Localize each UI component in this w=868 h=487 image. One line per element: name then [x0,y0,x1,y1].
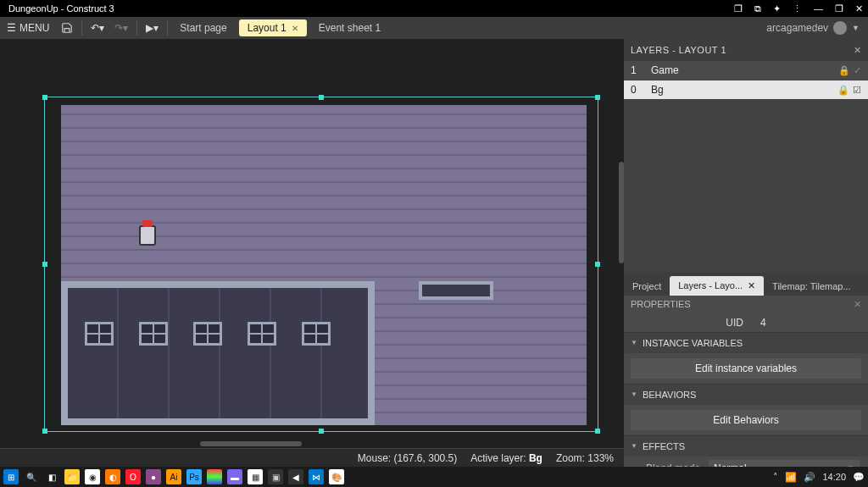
window-tile [248,322,276,346]
uid-label: UID [726,317,743,329]
resize-handle[interactable] [319,429,324,434]
document-tab[interactable]: Event sheet 1 [310,19,389,36]
resize-handle[interactable] [42,262,47,267]
lock-icon[interactable]: 🔒 [837,85,849,96]
app-icon[interactable]: ● [146,469,161,484]
resize-handle[interactable] [595,429,600,434]
opera-icon[interactable]: O [125,469,141,484]
undo-button[interactable]: ↶▾ [86,19,109,36]
menu-label: MENU [19,22,49,34]
side-tab[interactable]: Layers - Layo...✕ [670,276,764,296]
layer-label: Active layer: [470,452,526,464]
tray-clock[interactable]: 14:20 [822,472,846,482]
section-instance-variables[interactable]: ▼INSTANCE VARIABLES [624,332,868,353]
avatar [833,21,847,35]
edit-behaviors-button[interactable]: Edit Behaviors [631,410,861,430]
illustrator-icon[interactable]: Ai [166,469,181,484]
play-button[interactable]: ▶▾ [141,19,164,36]
layer-row[interactable]: 1Game🔒✓ [624,61,868,80]
layers-panel-header: LAYERS - LAYOUT 1 ✕ [624,39,868,61]
mouse-value: (167.6, 300.5) [394,452,458,464]
user-name: arcagamedev [766,22,828,34]
blend-mode-label: Blend mode [632,462,700,468]
player-sprite[interactable] [139,225,156,246]
paint-icon[interactable]: 🎨 [329,469,344,484]
menu-button[interactable]: ☰ MENU [0,19,56,37]
layer-value: Bg [529,452,542,464]
tilemap-object[interactable] [61,105,587,425]
lock-icon[interactable]: 🔒 [838,65,850,76]
redo-button[interactable]: ↷▾ [109,19,133,36]
resize-handle[interactable] [595,95,600,100]
vscode-icon[interactable]: ⋈ [309,469,324,484]
save-button[interactable] [56,19,78,36]
properties-panel: PROPERTIES ✕ UID 4 ▼INSTANCE VARIABLES E… [624,296,868,468]
more-icon[interactable]: ⋮ [793,3,802,14]
chevron-down-icon: ▼ [847,464,854,468]
layout-editor[interactable]: Mouse: (167.6, 300.5) Active layer: Bg Z… [0,39,624,467]
resize-handle[interactable] [319,95,324,100]
document-tab[interactable]: Start page [171,19,235,36]
resize-handle[interactable] [42,95,47,100]
side-tab[interactable]: Project [624,277,670,296]
hamburger-icon: ☰ [7,22,16,34]
edit-instance-variables-button[interactable]: Edit instance variables [631,358,861,379]
visibility-icon[interactable]: ☑ [853,85,861,96]
window-tile [139,322,168,346]
uid-value: 4 [760,317,766,329]
resize-handle[interactable] [595,262,600,267]
minimize-icon[interactable]: — [814,3,823,14]
horizontal-scrollbar[interactable] [200,441,302,446]
document-tabs: Start pageLayout 1✕Event sheet 1 [171,19,392,36]
blend-mode-select[interactable]: Normal ▼ [709,460,860,468]
extension-icon[interactable]: ✦ [773,3,781,14]
zoom-value: 133% [587,452,614,464]
section-effects[interactable]: ▼EFFECTS [624,435,868,457]
zoom-label: Zoom: [556,452,585,464]
app-icon[interactable]: ▣ [268,469,283,484]
window-title: DungeonUp - Construct 3 [5,3,114,14]
app-icon[interactable]: ▦ [248,469,263,484]
close-icon[interactable]: ✕ [854,45,862,56]
tray-notifications-icon[interactable]: 💬 [853,472,865,483]
close-icon[interactable]: ✕ [855,3,863,14]
close-icon[interactable]: ✕ [854,299,861,310]
side-tab[interactable]: Tilemap: Tilemap... [764,277,860,296]
ledge-tile [419,281,493,300]
resize-handle[interactable] [42,429,47,434]
vertical-scrollbar[interactable] [619,162,624,263]
windows-taskbar[interactable]: ⊞ 🔍 ◧ 📁 ◉ ◐ O ● Ai Ps ▬ ▦ ▣ ◀ ⋈ 🎨 ˄ 📶 🔊 … [0,467,868,487]
titlebar: DungeonUp - Construct 3 ❐ ⧉ ✦ ⋮ — ❐ ✕ [0,0,868,17]
addon-icon[interactable]: ⧉ [754,3,761,14]
section-behaviors[interactable]: ▼BEHAVIORS [624,384,868,405]
close-icon[interactable]: ✕ [748,280,755,291]
user-menu[interactable]: arcagamedev ▼ [758,21,868,35]
app-icon[interactable] [207,469,222,484]
app-icon[interactable]: ◀ [288,469,303,484]
explorer-icon[interactable]: 📁 [64,469,80,484]
maximize-icon[interactable]: ❐ [835,3,843,14]
search-icon[interactable]: 🔍 [24,469,39,484]
chrome-icon[interactable]: ◉ [85,469,100,484]
clipboard-icon[interactable]: ❐ [734,3,743,14]
window-tile [193,322,222,346]
firefox-icon[interactable]: ◐ [105,469,120,484]
tray-network-icon[interactable]: 📶 [785,472,797,483]
visibility-icon[interactable]: ✓ [854,65,861,76]
document-tab[interactable]: Layout 1✕ [239,19,307,36]
side-tabs: ProjectLayers - Layo...✕Tilemap: Tilemap… [624,272,868,296]
photoshop-icon[interactable]: Ps [186,469,202,484]
close-icon[interactable]: ✕ [292,24,298,33]
tray-chevron-icon[interactable]: ˄ [773,472,778,483]
start-icon[interactable]: ⊞ [3,469,19,484]
side-panel: LAYERS - LAYOUT 1 ✕ 1Game🔒✓0Bg🔒☑ Project… [624,39,868,467]
layer-row[interactable]: 0Bg🔒☑ [624,80,868,100]
window-tile [85,322,114,346]
app-icon[interactable]: ▬ [227,469,242,484]
chevron-down-icon: ▼ [852,24,860,32]
properties-title: PROPERTIES [631,299,691,309]
mouse-label: Mouse: [358,452,391,464]
tray-volume-icon[interactable]: 🔊 [804,472,815,483]
task-view-icon[interactable]: ◧ [44,469,59,484]
status-bar: Mouse: (167.6, 300.5) Active layer: Bg Z… [0,448,624,467]
